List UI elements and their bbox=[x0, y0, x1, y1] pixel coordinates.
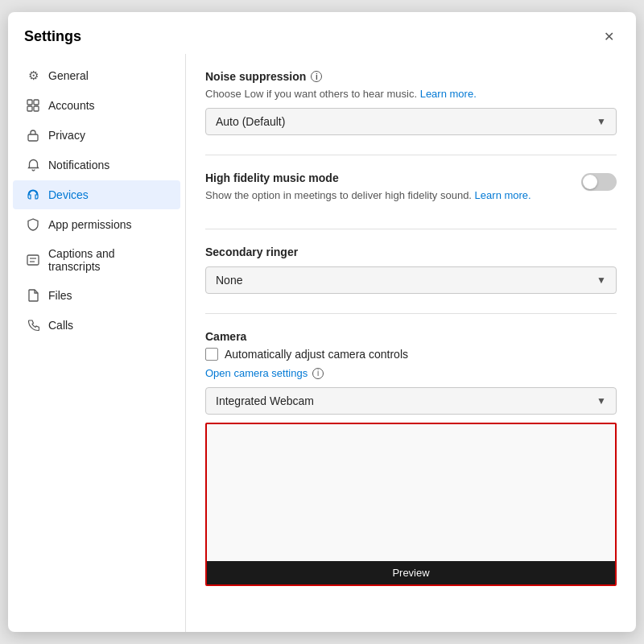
camera-checkbox-row: Automatically adjust camera controls bbox=[205, 348, 617, 361]
sidebar-label-privacy: Privacy bbox=[48, 129, 85, 142]
auto-adjust-checkbox[interactable] bbox=[205, 348, 218, 361]
file-icon bbox=[26, 288, 40, 303]
sidebar: ⚙ General Accounts bbox=[8, 54, 185, 632]
secondary-ringer-dropdown-arrow: ▼ bbox=[597, 275, 606, 286]
secondary-ringer-dropdown[interactable]: None ▼ bbox=[205, 266, 617, 294]
open-camera-settings-link[interactable]: Open camera settings bbox=[205, 367, 308, 379]
captions-icon bbox=[26, 253, 40, 267]
shield-icon bbox=[26, 217, 40, 232]
noise-suppression-title: Noise suppression i bbox=[205, 70, 617, 83]
sidebar-item-devices[interactable]: Devices bbox=[13, 180, 180, 209]
headset-icon bbox=[26, 188, 40, 202]
noise-suppression-dropdown-arrow: ▼ bbox=[597, 116, 606, 127]
sidebar-label-accounts: Accounts bbox=[48, 99, 95, 112]
divider-3 bbox=[205, 313, 617, 314]
camera-link-row: Open camera settings i bbox=[205, 367, 617, 379]
dialog-body: ⚙ General Accounts bbox=[8, 54, 636, 632]
noise-suppression-section: Noise suppression i Choose Low if you wa… bbox=[205, 70, 617, 135]
high-fidelity-desc: Show the option in meetings to deliver h… bbox=[205, 189, 572, 201]
noise-suppression-dropdown[interactable]: Auto (Default) ▼ bbox=[205, 108, 617, 135]
camera-settings-info-icon[interactable]: i bbox=[312, 368, 324, 379]
high-fidelity-toggle[interactable] bbox=[581, 173, 617, 191]
svg-rect-3 bbox=[34, 106, 39, 111]
dialog-header: Settings ✕ bbox=[8, 12, 636, 54]
sidebar-item-captions[interactable]: Captions and transcripts bbox=[13, 240, 180, 280]
lock-icon bbox=[26, 128, 40, 142]
svg-rect-5 bbox=[27, 255, 39, 265]
accounts-icon bbox=[26, 98, 40, 113]
close-button[interactable]: ✕ bbox=[597, 25, 620, 47]
settings-dialog: Settings ✕ ⚙ General Account bbox=[8, 12, 636, 632]
sidebar-label-devices: Devices bbox=[48, 188, 89, 201]
phone-icon bbox=[26, 318, 40, 332]
high-fidelity-row: High fidelity music mode Show the option… bbox=[205, 171, 617, 209]
sidebar-item-general[interactable]: ⚙ General bbox=[13, 61, 180, 90]
divider-1 bbox=[205, 155, 617, 155]
high-fidelity-title: High fidelity music mode bbox=[205, 171, 572, 184]
bell-icon bbox=[26, 158, 40, 172]
secondary-ringer-title: Secondary ringer bbox=[205, 246, 617, 258]
noise-suppression-learn-more[interactable]: Learn more. bbox=[420, 88, 477, 100]
camera-preview-wrapper: Preview bbox=[205, 423, 617, 586]
svg-rect-1 bbox=[34, 100, 39, 105]
sidebar-item-files[interactable]: Files bbox=[13, 281, 180, 310]
noise-suppression-info-icon[interactable]: i bbox=[311, 71, 322, 82]
sidebar-item-privacy[interactable]: Privacy bbox=[13, 121, 180, 150]
sidebar-label-general: General bbox=[48, 69, 89, 82]
gear-icon: ⚙ bbox=[26, 68, 40, 83]
sidebar-item-accounts[interactable]: Accounts bbox=[13, 91, 180, 120]
dialog-title: Settings bbox=[24, 28, 81, 45]
camera-dropdown[interactable]: Integrated Webcam ▼ bbox=[205, 387, 617, 415]
sidebar-item-notifications[interactable]: Notifications bbox=[13, 151, 180, 180]
sidebar-label-captions: Captions and transcripts bbox=[48, 247, 167, 273]
svg-rect-4 bbox=[28, 134, 38, 141]
sidebar-item-calls[interactable]: Calls bbox=[13, 311, 180, 340]
svg-rect-0 bbox=[27, 100, 32, 105]
auto-adjust-label: Automatically adjust camera controls bbox=[225, 348, 408, 361]
sidebar-label-app-permissions: App permissions bbox=[48, 218, 132, 231]
camera-preview-area bbox=[207, 424, 615, 561]
high-fidelity-section: High fidelity music mode Show the option… bbox=[205, 171, 617, 209]
camera-dropdown-arrow: ▼ bbox=[597, 395, 606, 407]
sidebar-label-notifications: Notifications bbox=[48, 159, 109, 171]
camera-preview-bar: Preview bbox=[207, 561, 615, 584]
svg-rect-2 bbox=[27, 106, 32, 111]
noise-suppression-desc: Choose Low if you want others to hear mu… bbox=[205, 88, 617, 100]
high-fidelity-learn-more[interactable]: Learn more. bbox=[475, 189, 531, 201]
camera-title: Camera bbox=[205, 330, 617, 343]
secondary-ringer-section: Secondary ringer None ▼ bbox=[205, 246, 617, 294]
sidebar-label-files: Files bbox=[48, 289, 72, 302]
sidebar-item-app-permissions[interactable]: App permissions bbox=[13, 210, 180, 239]
divider-2 bbox=[205, 229, 617, 229]
sidebar-label-calls: Calls bbox=[48, 319, 73, 332]
main-content: Noise suppression i Choose Low if you wa… bbox=[185, 54, 636, 632]
camera-section: Camera Automatically adjust camera contr… bbox=[205, 330, 617, 586]
